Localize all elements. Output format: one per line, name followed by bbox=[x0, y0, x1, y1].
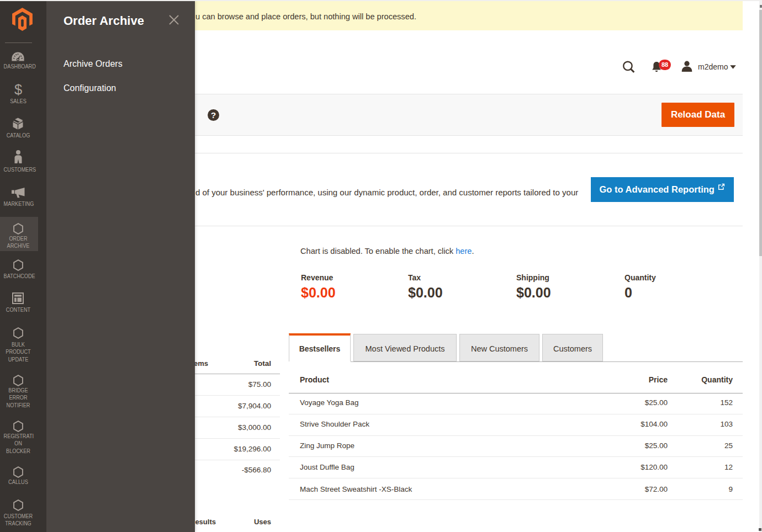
svg-text:?: ? bbox=[211, 110, 216, 120]
